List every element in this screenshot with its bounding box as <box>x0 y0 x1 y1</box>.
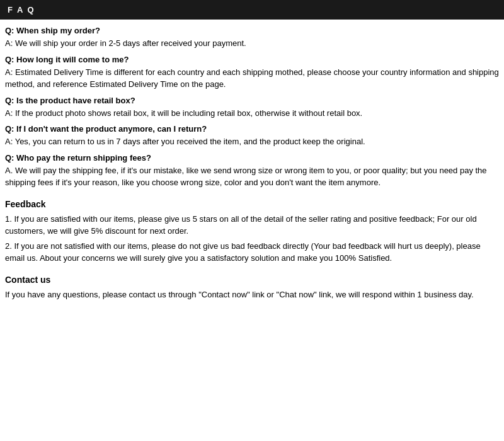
faq-list: Q: When ship my order?A: We will ship yo… <box>5 26 499 189</box>
question-text: Q: Who pay the return shipping fees? <box>5 153 499 163</box>
answer-text: A: We will ship your order in 2-5 days a… <box>5 37 499 50</box>
answer-text: A. We will pay the shipping fee, if it's… <box>5 164 499 189</box>
content-area: Q: When ship my order?A: We will ship yo… <box>0 26 504 301</box>
contact-section: Contact us If you have any questions, pl… <box>5 275 499 301</box>
question-text: Q: Is the product have retail box? <box>5 96 499 105</box>
answer-text: A: Estimated Delivery Time is different … <box>5 66 499 91</box>
qa-item: Q: When ship my order?A: We will ship yo… <box>5 26 499 50</box>
feedback-section: Feedback 1. If you are satisfied with ou… <box>5 199 499 265</box>
question-text: Q: How long it will come to me? <box>5 55 499 64</box>
qa-item: Q: How long it will come to me?A: Estima… <box>5 55 499 91</box>
qa-item: Q: Is the product have retail box?A: If … <box>5 96 499 120</box>
contact-title: Contact us <box>5 275 499 285</box>
contact-text: If you have any questions, please contac… <box>5 289 499 301</box>
feedback-point: 2. If you are not satisfied with our ite… <box>5 240 499 265</box>
faq-header: F A Q <box>0 0 504 20</box>
answer-text: A: If the product photo shows retail box… <box>5 107 499 120</box>
question-text: Q: When ship my order? <box>5 26 499 35</box>
qa-item: Q: Who pay the return shipping fees?A. W… <box>5 153 499 189</box>
question-text: Q: If I don't want the product anymore, … <box>5 124 499 134</box>
qa-item: Q: If I don't want the product anymore, … <box>5 124 499 148</box>
answer-text: A: Yes, you can return to us in 7 days a… <box>5 135 499 148</box>
feedback-point: 1. If you are satisfied with our items, … <box>5 213 499 238</box>
feedback-title: Feedback <box>5 199 499 209</box>
